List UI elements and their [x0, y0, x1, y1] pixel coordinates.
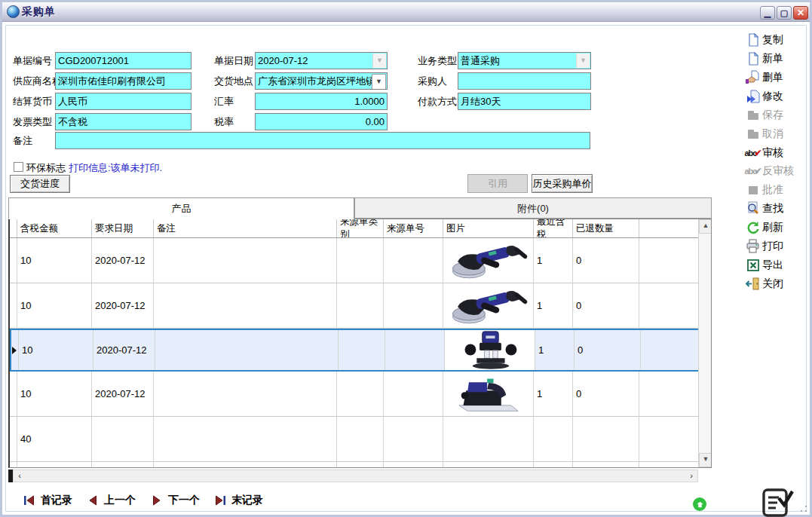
current-row-marker-icon	[12, 347, 17, 354]
tab-product[interactable]: 产品	[8, 197, 354, 219]
sidebar-button-audit[interactable]: abc✔ 审核	[746, 145, 783, 161]
cancel-icon	[746, 127, 760, 141]
delivery-place-dropdown-icon[interactable]: ▼	[372, 74, 386, 90]
payment-field[interactable]: 月结30天	[458, 93, 591, 110]
purchaser-field[interactable]	[458, 72, 591, 90]
sidebar-label: 审核	[762, 146, 783, 160]
header-selector	[10, 219, 17, 237]
cell-empty	[92, 462, 154, 468]
invoice-type-field[interactable]: 不含税	[55, 113, 192, 130]
eco-label-checkbox[interactable]	[14, 162, 23, 172]
cell-source-type	[339, 330, 385, 370]
header-image[interactable]: 图片	[443, 219, 534, 237]
header-source-no[interactable]: 来源单号	[384, 219, 443, 237]
find-icon	[746, 201, 760, 216]
biz-type-field[interactable]: 普通采购▼	[458, 52, 591, 69]
tab-attachment[interactable]: 附件(0)	[354, 197, 712, 219]
sidebar-button-print[interactable]: 打印	[746, 238, 783, 254]
header-returned[interactable]: 已退数量	[573, 219, 639, 237]
sidebar-button-refresh[interactable]: 刷新	[746, 219, 783, 235]
table-row-selected[interactable]: 10 2020-07-12 1 0	[10, 329, 701, 372]
sidebar-button-modify[interactable]: 修改	[746, 88, 783, 104]
cell-source-type	[337, 283, 384, 328]
cell-image	[443, 372, 534, 416]
header-amount[interactable]: 含税金额	[17, 219, 92, 237]
copy-icon	[746, 32, 760, 47]
cell-amount: 10	[17, 238, 92, 283]
cell-recent: 1	[534, 238, 573, 283]
last-record-icon	[214, 494, 226, 506]
cell-empty	[573, 417, 639, 461]
sidebar-button-unaudit: abc✔ 反审核	[746, 163, 794, 179]
maximize-button[interactable]: ▢	[777, 6, 792, 20]
doc-date-field[interactable]: 2020-07-12▼	[255, 52, 388, 69]
approve-icon	[746, 182, 760, 197]
cell-date: 2020-07-12	[92, 372, 154, 416]
sidebar-label: 保存	[762, 109, 783, 122]
prev-record-button[interactable]: 上一个	[87, 494, 136, 507]
vertical-scrollbar[interactable]: ▲ ▼	[698, 219, 711, 467]
save-icon	[746, 108, 760, 122]
header-date[interactable]: 要求日期	[92, 219, 154, 237]
cell-empty	[443, 462, 534, 468]
print-icon	[746, 239, 760, 253]
horizontal-scrollbar[interactable]: ‹ ›	[13, 470, 698, 482]
first-record-button[interactable]: 首记录	[23, 494, 72, 507]
sidebar-label: 新单	[762, 52, 783, 66]
sidebar-button-copy[interactable]: 复制	[746, 32, 783, 47]
titlebar: 采购单 ▁ ▢ ✕	[2, 2, 810, 22]
scroll-right-icon[interactable]: ›	[685, 470, 697, 482]
scroll-left-icon[interactable]: ‹	[14, 470, 26, 482]
table-row[interactable]: 10 2020-07-12 1 0	[10, 238, 701, 283]
currency-field[interactable]: 人民币	[55, 93, 192, 110]
cell-source-type	[337, 372, 384, 416]
last-record-button[interactable]: 末记录	[214, 494, 263, 507]
export-icon	[746, 258, 760, 272]
cell-amount: 10	[19, 330, 93, 370]
cell-recent: 1	[534, 283, 573, 328]
close-button[interactable]: ✕	[793, 6, 808, 20]
sidebar-label: 查找	[762, 202, 783, 216]
exchange-rate-label: 汇率	[214, 93, 234, 110]
table-header-row: 含税金额 要求日期 备注 来源单类别 来源单号 图片 最近含税 已退数量	[10, 219, 701, 238]
header-source-type[interactable]: 来源单类别	[337, 219, 384, 237]
history-price-button[interactable]: 历史采购单价	[532, 174, 593, 193]
sidebar-button-delete[interactable]: 删单	[746, 69, 783, 85]
first-record-icon	[23, 494, 35, 506]
sidebar-label: 刷新	[762, 221, 783, 234]
doc-date-dropdown-icon[interactable]: ▼	[372, 54, 386, 68]
sidebar-button-export[interactable]: 导出	[746, 257, 783, 273]
next-record-button[interactable]: 下一个	[151, 494, 200, 507]
sidebar-button-new[interactable]: 新单	[746, 50, 783, 66]
table-row[interactable]: 10 2020-07-12 1 0	[10, 283, 701, 329]
new-doc-icon	[746, 51, 760, 66]
remark-field[interactable]	[55, 132, 590, 149]
biz-type-dropdown-icon[interactable]: ▼	[576, 54, 590, 68]
cell-source-no	[384, 283, 443, 328]
sidebar-label: 反审核	[762, 164, 794, 178]
scroll-up-icon[interactable]: ▲	[699, 219, 712, 234]
sidebar-button-find[interactable]: 查找	[746, 200, 783, 216]
minimize-button[interactable]: ▁	[760, 6, 775, 20]
delivery-place-field[interactable]: 广东省深圳市龙岗区坪地镇六▼	[255, 72, 388, 90]
doc-no-field[interactable]: CGD200712001	[55, 52, 192, 69]
header-remark[interactable]: 备注	[154, 219, 337, 237]
cell-remark	[154, 283, 337, 328]
cell-amount: 10	[17, 372, 92, 416]
cell-image	[443, 283, 534, 328]
currency-label: 结算货币	[13, 93, 52, 110]
header-filler	[639, 219, 701, 237]
row-selector	[10, 283, 17, 328]
supplier-field[interactable]: 深圳市佑佳印刷有限公司	[55, 72, 192, 90]
delivery-progress-button[interactable]: 交货进度	[10, 175, 70, 193]
cell-remark	[154, 372, 337, 416]
resize-grip[interactable]	[800, 505, 807, 512]
header-recent[interactable]: 最近含税	[534, 219, 573, 237]
scroll-down-icon[interactable]: ▼	[699, 453, 712, 467]
cell-empty	[534, 417, 573, 461]
cell-source-no	[384, 238, 443, 283]
tax-rate-field[interactable]: 0.00	[255, 113, 388, 130]
table-row[interactable]: 10 2020-07-12 1 0	[10, 372, 701, 417]
sidebar-button-close-form[interactable]: 关闭	[746, 276, 783, 292]
exchange-rate-field[interactable]: 1.0000	[255, 93, 388, 110]
